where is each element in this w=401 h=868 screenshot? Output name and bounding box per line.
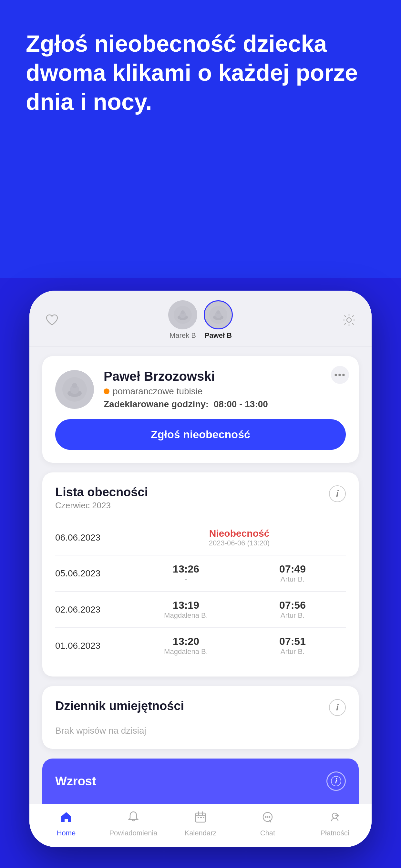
svg-rect-17 [200,817,202,818]
chat-icon [261,810,274,826]
nav-label-home: Home [57,829,76,837]
svg-point-3 [181,310,185,314]
att-time-in-sub: Artur B. [281,611,305,620]
profile-name: Paweł Brzozowski [104,369,346,383]
skills-header: Dziennik umiejętności i [55,699,346,716]
table-row: 05.06.2023 13:26 - 07:49 Artur B. [55,555,346,592]
attendance-title-group: Lista obecności Czerwiec 2023 [55,485,148,510]
svg-rect-18 [203,817,204,818]
att-time-out-sub: Magdalena B. [164,647,208,656]
app-header: Marek B Paweł B [29,290,372,346]
svg-point-20 [265,816,267,818]
att-secondary-col: 07:51 Artur B. [239,636,346,656]
att-time-in: 07:49 [279,563,306,575]
att-time-out: 13:26 [173,563,199,575]
att-date: 02.06.2023 [55,604,133,615]
att-time-in: 07:51 [279,636,306,647]
att-main-col: 13:19 Magdalena B. [133,599,239,620]
nav-item-home[interactable]: Home [42,810,90,837]
att-time-in: 07:56 [279,599,306,611]
att-main-col: 13:20 Magdalena B. [133,636,239,656]
att-secondary-col: 07:49 Artur B. [239,563,346,584]
group-name-label: pomaranczowe tubisie [113,386,203,397]
svg-point-22 [269,816,271,818]
avatar-marek[interactable]: Marek B [168,300,197,340]
payments-icon [328,810,341,826]
nav-item-payments[interactable]: Płatności [311,810,359,837]
skills-title: Dziennik umiejętności [55,699,184,713]
profile-info: Paweł Brzozowski pomaranczowe tubisie Za… [55,369,346,409]
app-content: ••• Paweł Brzozowski pomaranczowe tubisi… [29,346,372,804]
svg-point-12 [72,383,77,388]
growth-title: Wzrost [55,774,96,788]
profile-card: ••• Paweł Brzozowski pomaranczowe tubisi… [42,356,359,463]
hero-text: Zgłoś nieobecność dziecka dwoma klikami … [0,0,401,135]
profile-group: pomaranczowe tubisie [104,386,346,397]
table-row: 01.06.2023 13:20 Magdalena B. 07:51 Artu… [55,628,346,663]
bottom-nav: Home Powiadomienia [29,804,372,847]
att-status: Nieobecność [209,528,270,539]
growth-card: Wzrost i [42,758,359,804]
attendance-card: Lista obecności Czerwiec 2023 i 06.06.20… [42,472,359,677]
att-date: 05.06.2023 [55,568,133,579]
svg-point-7 [216,310,220,314]
declared-hours: Zadeklarowane godziny: 08:00 - 13:00 [104,399,346,409]
att-secondary-col: 07:56 Artur B. [239,599,346,620]
attendance-header: Lista obecności Czerwiec 2023 i [55,485,346,510]
avatar-pawel[interactable]: Paweł B [204,300,233,340]
nav-item-notifications[interactable]: Powiadomienia [109,810,158,837]
att-main-col: Nieobecność 2023-06-06 (13:20) [133,528,346,547]
profile-avatar [55,370,94,409]
svg-rect-16 [197,817,199,818]
nav-label-chat: Chat [260,829,275,837]
attendance-info-icon[interactable]: i [329,485,346,502]
phone-frame: Marek B Paweł B [29,290,372,847]
att-time-out-sub: - [185,575,187,584]
svg-point-21 [267,816,269,818]
nav-item-calendar[interactable]: Kalendarz [176,810,225,837]
nav-item-chat[interactable]: Chat [243,810,292,837]
att-time-out-sub: Magdalena B. [164,611,208,620]
att-time-in-sub: Artur B. [281,575,305,584]
avatar-pawel-label: Paweł B [205,331,232,340]
table-row: 06.06.2023 Nieobecność 2023-06-06 (13:20… [55,520,346,555]
avatar-list: Marek B Paweł B [168,300,233,340]
skills-card: Dziennik umiejętności i Brak wpisów na d… [42,686,359,749]
att-time-out: 13:20 [173,636,199,647]
bell-icon [127,810,140,826]
heart-icon[interactable] [42,310,62,330]
calendar-icon [194,810,207,826]
svg-text:i: i [335,777,337,785]
settings-icon[interactable] [339,310,359,330]
skills-no-entries: Brak wpisów na dzisiaj [55,725,346,736]
svg-point-8 [347,318,351,322]
nav-label-calendar: Kalendarz [184,829,216,837]
nav-label-notifications: Powiadomienia [109,829,157,837]
avatar-pawel-circle [204,300,233,330]
att-date: 06.06.2023 [55,532,133,543]
avatar-marek-label: Marek B [169,331,196,340]
skills-info-icon[interactable]: i [329,699,346,716]
attendance-subtitle: Czerwiec 2023 [55,500,148,510]
table-row: 02.06.2023 13:19 Magdalena B. 07:56 Artu… [55,592,346,628]
profile-details: Paweł Brzozowski pomaranczowe tubisie Za… [104,369,346,409]
home-icon [60,810,73,826]
att-date: 01.06.2023 [55,641,133,651]
group-color-dot [104,389,110,394]
att-main-col: 13:26 - [133,563,239,584]
att-status-sub: 2023-06-06 (13:20) [209,539,270,547]
attendance-title: Lista obecności [55,485,148,499]
nav-label-payments: Płatności [320,829,349,837]
avatar-marek-circle [168,300,197,330]
more-options-button[interactable]: ••• [331,366,349,384]
growth-icon[interactable]: i [327,771,346,791]
att-time-out: 13:19 [173,599,199,611]
report-absence-button[interactable]: Zgłoś nieobecność [55,419,346,450]
att-time-in-sub: Artur B. [281,647,305,656]
